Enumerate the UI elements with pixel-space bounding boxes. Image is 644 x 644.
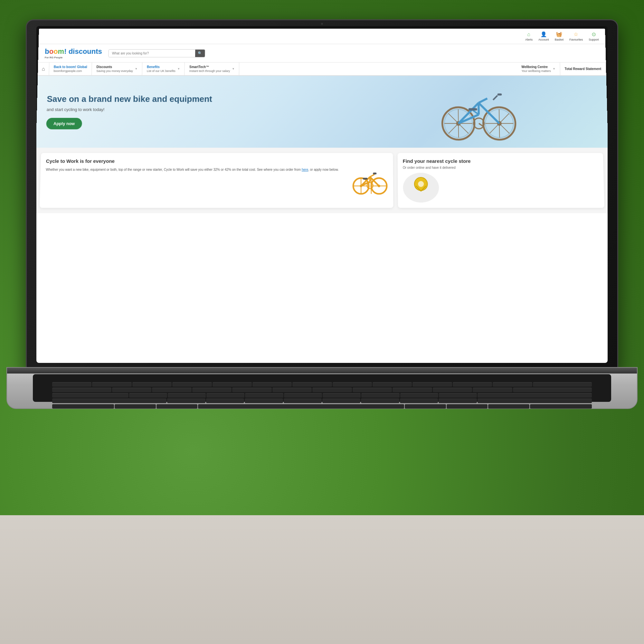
key bbox=[52, 404, 114, 409]
key bbox=[192, 388, 232, 392]
key bbox=[206, 393, 244, 398]
svg-rect-39 bbox=[373, 173, 376, 175]
nav-item-wellbeing[interactable]: Wellbeing Centre Your wellbeing matters … bbox=[517, 62, 560, 75]
key bbox=[245, 399, 283, 403]
card-main-title: Cycle to Work is for everyone bbox=[46, 158, 388, 164]
key-row-1 bbox=[52, 382, 592, 387]
svg-line-21 bbox=[493, 96, 498, 100]
nav-item-discounts[interactable]: Discounts Saving you money everyday ▼ bbox=[92, 62, 142, 75]
key bbox=[333, 382, 372, 387]
location-pin-icon bbox=[411, 176, 431, 199]
here-link[interactable]: here bbox=[302, 168, 308, 171]
wellbeing-content: Wellbeing Centre Your wellbeing matters bbox=[521, 65, 551, 72]
nav-item-account[interactable]: 👤 Account bbox=[538, 31, 549, 41]
key-row-3 bbox=[52, 393, 592, 398]
alerts-label: Alerts bbox=[525, 38, 533, 41]
total-reward-label: Total Reward Statement bbox=[564, 67, 601, 71]
nav-item-total-reward[interactable]: Total Reward Statement bbox=[560, 62, 606, 75]
laptop-shell: ⌂ Alerts 👤 Account 🧺 Basket ☆ Favourites bbox=[26, 19, 618, 374]
key bbox=[478, 393, 592, 398]
main-navigation: ⌂ Back to boom! Global boomforrgpeople.c… bbox=[38, 62, 606, 76]
key bbox=[112, 388, 152, 392]
key bbox=[312, 388, 352, 392]
key bbox=[292, 382, 332, 387]
nav-right: Wellbeing Centre Your wellbeing matters … bbox=[517, 62, 606, 75]
home-nav-icon: ⌂ bbox=[42, 66, 45, 72]
key bbox=[447, 404, 488, 409]
bike-illustration bbox=[433, 82, 525, 141]
key bbox=[252, 382, 292, 387]
nav-item-back[interactable]: Back to boom! Global boomforrgpeople.com bbox=[49, 62, 92, 75]
svg-rect-22 bbox=[497, 93, 502, 95]
key-row-space bbox=[52, 404, 592, 409]
key bbox=[245, 393, 283, 398]
nav-home-icon[interactable]: ⌂ bbox=[38, 62, 49, 75]
discounts-sub: Saving you money everyday bbox=[96, 69, 133, 72]
nav-item-smarttech[interactable]: SmartTech™ Instant tech through your sal… bbox=[185, 62, 240, 75]
key bbox=[272, 388, 312, 392]
cycle-to-work-card: Cycle to Work is for everyone Whether yo… bbox=[40, 153, 393, 208]
spacebar bbox=[198, 404, 404, 409]
key bbox=[167, 399, 205, 403]
nav-item-benefits[interactable]: Benefits List of our UK benefits ▼ bbox=[142, 62, 185, 75]
key bbox=[433, 388, 472, 392]
cards-section: Cycle to Work is for everyone Whether yo… bbox=[36, 148, 608, 213]
key bbox=[473, 388, 512, 392]
key bbox=[513, 388, 592, 392]
key bbox=[400, 399, 438, 403]
apply-now-button[interactable]: Apply now bbox=[46, 118, 82, 129]
key bbox=[206, 399, 244, 403]
favourites-label: Favourites bbox=[569, 38, 583, 41]
site-header: boom! discounts For RG People 🔍 bbox=[38, 44, 606, 62]
bike-icon-area bbox=[352, 167, 388, 197]
support-label: Support bbox=[589, 38, 599, 41]
svg-line-17 bbox=[479, 103, 479, 115]
key bbox=[493, 382, 532, 387]
search-bar[interactable]: 🔍 bbox=[109, 49, 205, 57]
hero-subtitle: and start cycling to work today! bbox=[47, 107, 212, 112]
key bbox=[393, 388, 432, 392]
back-label: Back to boom! Global bbox=[54, 65, 87, 69]
key bbox=[284, 393, 322, 398]
nav-item-support[interactable]: ⊙ Support bbox=[589, 31, 599, 41]
logo: boom! discounts For RG People bbox=[45, 47, 102, 59]
key bbox=[284, 399, 322, 403]
key bbox=[52, 393, 128, 398]
hero-bike-image bbox=[350, 76, 608, 148]
key bbox=[152, 388, 192, 392]
wellbeing-label: Wellbeing Centre bbox=[521, 65, 551, 69]
nav-item-basket[interactable]: 🧺 Basket bbox=[554, 31, 563, 41]
key bbox=[52, 388, 111, 392]
nav-item-favourites[interactable]: ☆ Favourites bbox=[569, 31, 583, 41]
logo-subtext: For RG People bbox=[45, 56, 102, 59]
website: ⌂ Alerts 👤 Account 🧺 Basket ☆ Favourites bbox=[36, 29, 608, 363]
key-row-4 bbox=[52, 399, 592, 403]
key bbox=[373, 382, 412, 387]
discounts-label: Discounts bbox=[96, 65, 133, 69]
key bbox=[323, 393, 361, 398]
key bbox=[439, 393, 477, 398]
benefits-sub: List of our UK benefits bbox=[147, 69, 175, 72]
account-label: Account bbox=[538, 38, 549, 41]
discounts-arrow: ▼ bbox=[135, 67, 137, 70]
smarttech-label: SmartTech™ bbox=[189, 65, 230, 69]
key bbox=[232, 388, 272, 392]
search-input[interactable] bbox=[109, 50, 195, 57]
key bbox=[453, 382, 492, 387]
table-surface bbox=[0, 515, 644, 644]
nav-item-alerts[interactable]: ⌂ Alerts bbox=[525, 31, 533, 41]
laptop-hinge bbox=[7, 368, 637, 374]
key bbox=[156, 404, 198, 409]
key bbox=[92, 382, 131, 387]
smarttech-content: SmartTech™ Instant tech through your sal… bbox=[189, 65, 230, 72]
smarttech-sub: Instant tech through your salary bbox=[189, 69, 230, 72]
key bbox=[115, 404, 156, 409]
search-button[interactable]: 🔍 bbox=[195, 50, 205, 57]
key bbox=[129, 393, 167, 398]
key bbox=[405, 404, 446, 409]
key bbox=[361, 399, 399, 403]
svg-line-18 bbox=[479, 99, 488, 103]
svg-rect-41 bbox=[363, 178, 367, 180]
benefits-label: Benefits bbox=[147, 65, 175, 69]
key bbox=[412, 382, 452, 387]
